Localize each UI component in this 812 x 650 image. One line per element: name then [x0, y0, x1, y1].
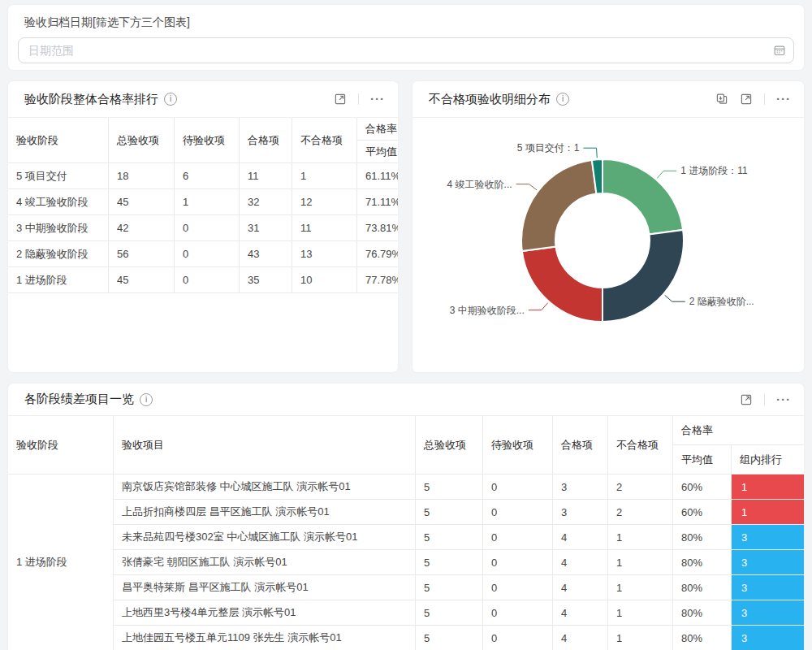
- pass-cell: 4: [553, 600, 608, 626]
- expand-icon[interactable]: [740, 93, 753, 106]
- fail-cell: 1: [608, 525, 673, 550]
- pass-cell: 31: [240, 215, 292, 241]
- table-row: 1 进场阶段南京饭店宾馆部装修 中心城区施工队 演示帐号01503260%1: [8, 474, 804, 500]
- donut-label-line: [657, 171, 676, 178]
- rank-badge-cell: 3: [732, 626, 804, 650]
- expand-icon[interactable]: [740, 393, 753, 406]
- avg-rate-cell: 60%: [673, 500, 732, 525]
- projects-table-body: 1 进场阶段南京饭店宾馆部装修 中心城区施工队 演示帐号01503260%1上品…: [8, 474, 804, 650]
- pass-cell: 35: [240, 267, 292, 293]
- col-header-fail: 不合格项: [608, 416, 673, 474]
- donut-slice[interactable]: [521, 160, 596, 251]
- pending-cell: 0: [483, 525, 553, 550]
- pending-cell: 0: [483, 500, 553, 525]
- table-row: 5 项目交付18611161.11%: [8, 163, 398, 189]
- col-header-pass: 合格项: [240, 118, 292, 163]
- table-row: 未来品苑四号楼302室 中心城区施工队 演示帐号01504180%3: [8, 525, 804, 550]
- stage-cell: 2 隐蔽验收阶段: [8, 241, 109, 267]
- rate-cell: 77.78%: [357, 267, 398, 293]
- pass-cell: 4: [553, 575, 608, 600]
- card-title: 不合格项验收明细分布: [429, 92, 551, 107]
- card-header: 各阶段绩差项目一览 i ···: [8, 384, 804, 416]
- poor-projects-card: 各阶段绩差项目一览 i ··· 验收阶段 验收项目 总验收项 待验收项 合格项 …: [8, 384, 804, 650]
- col-header-rate-rank: 组内排行: [732, 445, 804, 474]
- pass-cell: 11: [240, 163, 292, 189]
- project-cell: 上地佳园五号楼五单元1109 张先生 演示帐号01: [114, 626, 416, 650]
- rank-table: 验收阶段 总验收项 待验收项 合格项 不合格项 合格率 平均值 5 项目交付18…: [8, 118, 398, 293]
- total-cell: 56: [109, 241, 175, 267]
- pass-cell: 3: [553, 474, 608, 500]
- project-cell: 未来品苑四号楼302室 中心城区施工队 演示帐号01: [114, 525, 416, 550]
- avg-rate-cell: 80%: [673, 600, 732, 626]
- project-cell: 南京饭店宾馆部装修 中心城区施工队 演示帐号01: [114, 474, 416, 500]
- more-menu-icon[interactable]: ···: [776, 396, 791, 404]
- donut-slice[interactable]: [603, 230, 684, 322]
- pending-cell: 0: [175, 267, 240, 293]
- table-row: 张倩豪宅 朝阳区施工队 演示帐号01504180%3: [8, 550, 804, 575]
- pass-rate-ranking-card: 验收阶段整体合格率排行 i ··· 验收阶段 总验收项 待验收项 合格项 不合格…: [8, 81, 398, 372]
- total-cell: 5: [416, 500, 483, 525]
- rate-cell: 71.11%: [357, 189, 398, 215]
- divider: [358, 93, 359, 105]
- rank-table-body: 5 项目交付18611161.11%4 竣工验收阶段451321271.11%3…: [8, 163, 398, 293]
- pending-cell: 0: [483, 474, 553, 500]
- info-icon[interactable]: i: [556, 93, 569, 106]
- col-header-rate-avg: 平均值: [673, 445, 732, 474]
- donut-label-line: [584, 148, 598, 158]
- fail-cell: 12: [292, 189, 357, 215]
- more-menu-icon[interactable]: ···: [776, 95, 791, 103]
- avg-rate-cell: 60%: [673, 474, 732, 500]
- rank-badge-cell: 1: [732, 474, 804, 500]
- total-cell: 5: [416, 626, 483, 650]
- expand-icon[interactable]: [334, 93, 347, 106]
- project-cell: 张倩豪宅 朝阳区施工队 演示帐号01: [114, 550, 416, 575]
- col-header-pending: 待验收项: [175, 118, 240, 163]
- info-icon[interactable]: i: [164, 93, 177, 106]
- total-cell: 45: [109, 267, 175, 293]
- download-image-icon[interactable]: [715, 93, 728, 106]
- fail-items-distribution-card: 不合格项验收明细分布 i ··· 1 进场阶段：112 隐蔽验收阶...3 中期…: [412, 81, 804, 372]
- table-row: 上地西里3号楼4单元整层 演示帐号01504180%3: [8, 600, 804, 626]
- donut-label: 4 竣工验收阶...: [447, 179, 512, 190]
- donut-label: 2 隐蔽验收阶...: [689, 296, 754, 307]
- rank-badge-cell: 1: [732, 500, 804, 525]
- table-row: 3 中期验收阶段420311173.81%: [8, 215, 398, 241]
- card-header: 不合格项验收明细分布 i ···: [412, 81, 804, 118]
- pass-cell: 3: [553, 500, 608, 525]
- fail-cell: 1: [608, 626, 673, 650]
- more-menu-icon[interactable]: ···: [370, 95, 385, 103]
- rank-table-container: 验收阶段 总验收项 待验收项 合格项 不合格项 合格率 平均值 5 项目交付18…: [8, 118, 398, 293]
- divider: [764, 394, 765, 405]
- pending-cell: 0: [483, 550, 553, 575]
- total-cell: 42: [109, 215, 175, 241]
- pending-cell: 1: [175, 189, 240, 215]
- table-row: 上品折扣商楼四层 昌平区施工队 演示帐号01503260%1: [8, 500, 804, 525]
- fail-cell: 2: [608, 474, 673, 500]
- col-header-project: 验收项目: [114, 416, 416, 474]
- fail-cell: 13: [292, 241, 357, 267]
- col-header-rate-group: 合格率: [357, 118, 398, 141]
- projects-table: 验收阶段 验收项目 总验收项 待验收项 合格项 不合格项 合格率 平均值 组内排…: [8, 416, 804, 650]
- card-title: 验收阶段整体合格率排行: [24, 92, 158, 107]
- col-header-pass: 合格项: [553, 416, 608, 474]
- calendar-icon[interactable]: [773, 44, 786, 57]
- date-range-input[interactable]: [18, 37, 794, 63]
- total-cell: 5: [416, 550, 483, 575]
- table-row: 昌平奥特莱斯 昌平区施工队 演示帐号01504180%3: [8, 575, 804, 600]
- pass-cell: 4: [553, 626, 608, 650]
- avg-rate-cell: 80%: [673, 525, 732, 550]
- fail-cell: 11: [292, 215, 357, 241]
- stage-cell: 4 竣工验收阶段: [8, 189, 109, 215]
- avg-rate-cell: 80%: [673, 626, 732, 650]
- fail-cell: 1: [608, 575, 673, 600]
- card-header: 验收阶段整体合格率排行 i ···: [8, 81, 398, 118]
- col-header-stage: 验收阶段: [8, 416, 114, 474]
- col-header-pending: 待验收项: [483, 416, 553, 474]
- pending-cell: 0: [483, 626, 553, 650]
- rate-cell: 76.79%: [357, 241, 398, 267]
- fail-cell: 1: [608, 600, 673, 626]
- table-row: 2 隐蔽验收阶段560431376.79%: [8, 241, 398, 267]
- table-row: 1 进场阶段450351077.78%: [8, 267, 398, 293]
- info-icon[interactable]: i: [140, 393, 153, 406]
- col-header-total: 总验收项: [416, 416, 483, 474]
